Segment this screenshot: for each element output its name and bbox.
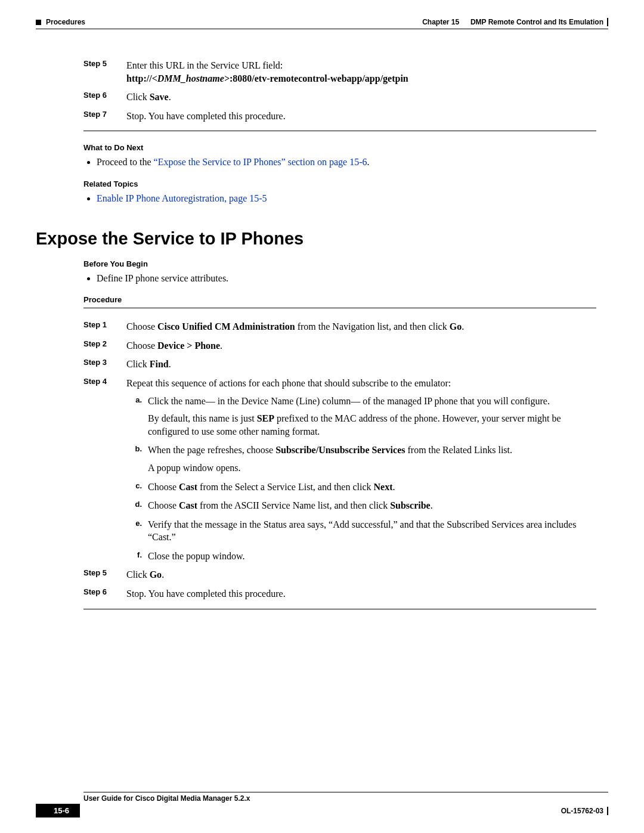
sub-step-list: a. Click the name— in the Device Name (L… xyxy=(130,395,596,563)
procedure-heading: Procedure xyxy=(83,295,596,304)
sub-body: Choose Cast from the Select a Service Li… xyxy=(148,481,596,494)
step-body: Click Go. xyxy=(126,568,596,581)
sub-extra: A popup window opens. xyxy=(148,462,596,475)
step-label: Step 3 xyxy=(83,358,119,371)
step-list-top: Step 5 Enter this URL in the Service URL… xyxy=(83,59,596,122)
sub-body: Close the popup window. xyxy=(148,550,596,563)
doc-id: OL-15762-03 xyxy=(561,807,608,815)
page-footer: User Guide for Cisco Digital Media Manag… xyxy=(36,792,608,817)
procedure-steps: Step 1 Choose Cisco Unified CM Administr… xyxy=(83,320,596,600)
related-topics-heading: Related Topics xyxy=(83,179,596,188)
step-body: Stop. You have completed this procedure. xyxy=(126,587,596,600)
step-body: Enter this URL in the Service URL field:… xyxy=(126,59,596,85)
step-body: Choose Device > Phone. xyxy=(126,339,596,352)
sub-label: f. xyxy=(130,550,142,563)
header-section-label: Procedures xyxy=(46,18,85,26)
chapter-title: DMP Remote Control and Its Emulation xyxy=(470,18,603,26)
step-body: Click Save. xyxy=(126,91,596,104)
list-item: Proceed to the “Expose the Service to IP… xyxy=(97,156,596,169)
step-label: Step 5 xyxy=(83,59,119,85)
footer-bar: 15-6 OL-15762-03 xyxy=(36,804,608,817)
step-body: Choose Cisco Unified CM Administration f… xyxy=(126,320,596,333)
step-label: Step 4 xyxy=(83,377,119,563)
page: Procedures Chapter 15 DMP Remote Control… xyxy=(0,0,644,833)
running-header: Procedures Chapter 15 DMP Remote Control… xyxy=(36,18,608,26)
header-left: Procedures xyxy=(36,18,85,26)
step-body: Stop. You have completed this procedure. xyxy=(126,110,596,123)
sub-body: Click the name— in the Device Name (Line… xyxy=(148,395,596,438)
related-topics-list: Enable IP Phone Autoregistration, page 1… xyxy=(83,192,596,205)
section-heading: Expose the Service to IP Phones xyxy=(36,229,596,249)
cross-ref-link[interactable]: “Expose the Service to IP Phones” sectio… xyxy=(154,157,367,167)
step-label: Step 5 xyxy=(83,568,119,581)
step-label: Step 1 xyxy=(83,320,119,333)
main-content: Step 5 Enter this URL in the Service URL… xyxy=(83,59,596,609)
sub-body: Choose Cast from the ASCII Service Name … xyxy=(148,499,596,512)
divider-icon xyxy=(607,18,608,26)
related-link[interactable]: Enable IP Phone Autoregistration, page 1… xyxy=(97,193,267,203)
divider-rule xyxy=(83,308,596,308)
step5-line1: Enter this URL in the Service URL field: xyxy=(126,60,283,70)
divider-rule xyxy=(83,131,596,131)
step-label: Step 6 xyxy=(83,91,119,104)
footer-doc-title: User Guide for Cisco Digital Media Manag… xyxy=(83,794,608,803)
header-rule xyxy=(36,29,608,29)
divider-icon xyxy=(607,807,608,815)
step-body: Click Find. xyxy=(126,358,596,371)
chapter-number: Chapter 15 xyxy=(422,18,459,26)
sub-label: a. xyxy=(130,395,142,438)
sub-body: When the page refreshes, choose Subscrib… xyxy=(148,444,596,474)
sub-label: d. xyxy=(130,499,142,512)
sub-label: b. xyxy=(130,444,142,474)
footer-rule xyxy=(83,792,608,792)
sub-label: c. xyxy=(130,481,142,494)
sub-label: e. xyxy=(130,518,142,544)
list-item: Define IP phone service attributes. xyxy=(97,272,596,285)
divider-rule xyxy=(83,609,596,609)
before-list: Define IP phone service attributes. xyxy=(83,272,596,285)
step-label: Step 7 xyxy=(83,110,119,123)
square-icon xyxy=(36,20,41,25)
before-heading: Before You Begin xyxy=(83,259,596,268)
header-right: Chapter 15 DMP Remote Control and Its Em… xyxy=(422,18,608,26)
what-next-list: Proceed to the “Expose the Service to IP… xyxy=(83,156,596,169)
page-number: 15-6 xyxy=(36,804,80,817)
sub-body: Verify that the message in the Status ar… xyxy=(148,518,596,544)
step-body: Repeat this sequence of actions for each… xyxy=(126,377,596,563)
what-next-heading: What to Do Next xyxy=(83,143,596,152)
list-item: Enable IP Phone Autoregistration, page 1… xyxy=(97,192,596,205)
step-label: Step 6 xyxy=(83,587,119,600)
step-label: Step 2 xyxy=(83,339,119,352)
sub-extra: By default, this name is just SEP prefix… xyxy=(148,412,596,438)
step5-url: http://<DMM_hostname>:8080/etv-remotecon… xyxy=(126,73,408,83)
